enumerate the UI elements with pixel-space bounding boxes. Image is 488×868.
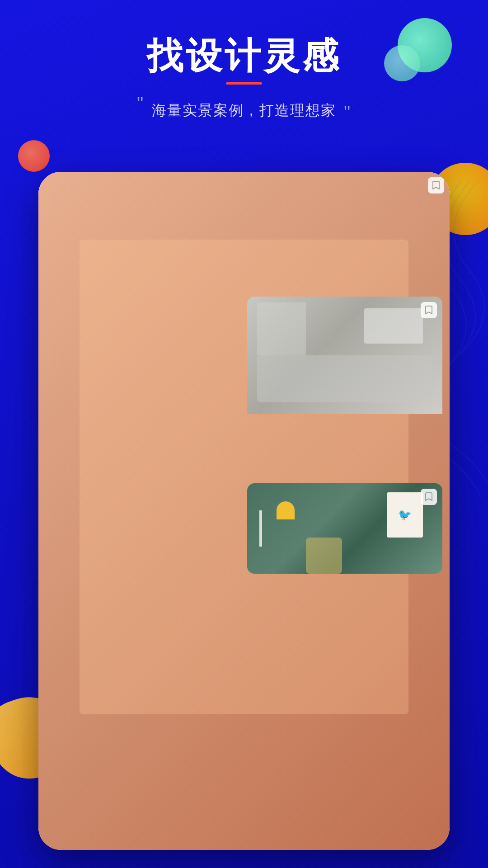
card-living-grey-image <box>247 297 442 414</box>
header: 找设计灵感 " 海量实景案例，打造理想家 " <box>0 36 488 123</box>
phone-mock: 全部 一居 二居 三居 四居 四居以上 其他 全部 30㎡以下 30–60㎡ 6… <box>38 172 450 850</box>
page-title: 找设计灵感 <box>0 36 488 76</box>
card-green-lamp[interactable]: 🐦 <box>247 483 442 574</box>
header-subtitle: " 海量实景案例，打造理想家 " <box>0 94 488 123</box>
quote-right-icon: " <box>344 102 351 122</box>
card-pink-image <box>46 646 241 736</box>
title-underline <box>226 82 262 85</box>
bookmark-button-2[interactable] <box>421 302 437 318</box>
deco-circle-red <box>18 140 50 172</box>
left-column: 🔥 热推 # 三室 # 现代 #144 ㎡ 山水依城 144 平米三室现代清新风… <box>46 297 241 736</box>
content-grid: 🔥 热推 # 三室 # 现代 #144 ㎡ 山水依城 144 平米三室现代清新风… <box>38 289 450 736</box>
card-green-lamp-image-wrap: 🐦 <box>247 483 442 574</box>
quote-left-icon: " <box>137 94 144 113</box>
card-pink[interactable] <box>46 646 241 736</box>
bookmark-button-4[interactable] <box>421 489 437 505</box>
card-green-lamp-image: 🐦 <box>247 483 442 574</box>
subtitle-text: 海量实景案例，打造理想家 <box>152 102 336 118</box>
card-living-grey-image-wrap <box>247 297 442 414</box>
